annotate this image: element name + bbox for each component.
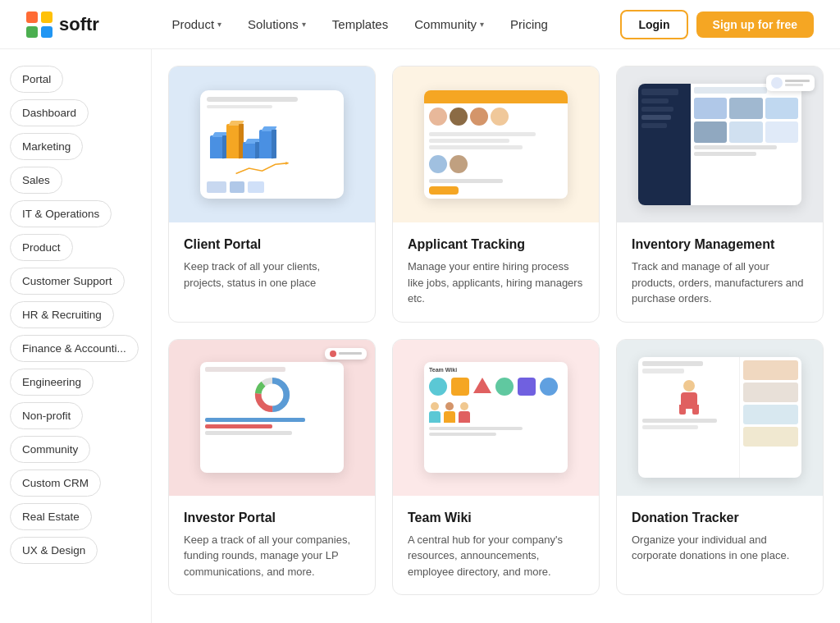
svg-rect-3 (41, 26, 52, 38)
sidebar: Portal Dashboard Marketing Sales IT & Op… (0, 49, 152, 623)
login-button[interactable]: Login (620, 10, 687, 39)
sidebar-item-engineering[interactable]: Engineering (10, 369, 94, 396)
sidebar-item-custom-crm[interactable]: Custom CRM (10, 470, 101, 497)
nav-solutions[interactable]: Solutions ▾ (238, 12, 316, 36)
card-image-inventory-management (617, 66, 823, 222)
card-title: Team Wiki (408, 511, 584, 525)
card-body-team-wiki: Team Wiki A central hub for your company… (393, 496, 599, 595)
card-image-applicant-tracking (393, 66, 599, 222)
template-card-applicant-tracking[interactable]: Applicant Tracking Manage your entire hi… (392, 66, 600, 323)
logo[interactable]: softr (26, 11, 99, 38)
chevron-down-icon: ▾ (480, 20, 484, 29)
card-desc: A central hub for your company's resourc… (408, 532, 584, 580)
header-actions: Login Sign up for free (620, 10, 814, 39)
sidebar-item-finance[interactable]: Finance & Accounti... (10, 335, 139, 362)
template-card-team-wiki[interactable]: Team Wiki (392, 339, 600, 596)
svg-rect-1 (41, 11, 52, 23)
card-desc: Track and manage of all your products, o… (632, 259, 808, 307)
nav-pricing[interactable]: Pricing (500, 12, 558, 36)
card-body-inventory-management: Inventory Management Track and manage of… (617, 222, 823, 322)
sidebar-item-it-operations[interactable]: IT & Operations (10, 200, 112, 227)
brand-name: softr (59, 14, 99, 35)
sidebar-item-dashboard[interactable]: Dashboard (10, 99, 89, 126)
card-title: Client Portal (184, 237, 360, 252)
card-image-team-wiki: Team Wiki (393, 340, 599, 496)
sidebar-item-nonprofit[interactable]: Non-profit (10, 402, 83, 429)
card-title: Applicant Tracking (408, 237, 584, 252)
card-desc: Manage your entire hiring process like j… (408, 259, 584, 307)
svg-rect-2 (26, 26, 38, 38)
logo-icon (26, 11, 52, 38)
card-desc: Keep a track of all your companies, fund… (184, 532, 360, 580)
card-title: Inventory Management (632, 237, 808, 252)
sidebar-item-portal[interactable]: Portal (10, 66, 63, 93)
card-desc: Organize your individual and corporate d… (632, 532, 808, 564)
template-card-inventory-management[interactable]: Inventory Management Track and manage of… (616, 66, 824, 323)
card-desc: Keep track of all your clients, projects… (184, 259, 360, 291)
template-card-donation-tracker[interactable]: Donation Tracker Organize your individua… (616, 339, 824, 596)
sidebar-item-hr-recruiting[interactable]: HR & Recruiting (10, 301, 114, 328)
card-title: Donation Tracker (632, 511, 808, 525)
sidebar-item-ux-design[interactable]: UX & Design (10, 537, 98, 564)
svg-rect-0 (26, 11, 38, 23)
nav-product[interactable]: Product ▾ (162, 12, 231, 36)
sidebar-item-product[interactable]: Product (10, 234, 73, 261)
chevron-down-icon: ▾ (217, 20, 221, 29)
nav-templates[interactable]: Templates (322, 12, 398, 36)
template-card-client-portal[interactable]: Client Portal Keep track of all your cli… (168, 66, 376, 323)
sidebar-item-marketing[interactable]: Marketing (10, 133, 83, 160)
card-image-client-portal (169, 66, 375, 222)
signup-button[interactable]: Sign up for free (696, 11, 814, 38)
card-body-client-portal: Client Portal Keep track of all your cli… (169, 222, 375, 305)
card-image-investor-portal (169, 340, 375, 496)
card-body-donation-tracker: Donation Tracker Organize your individua… (617, 496, 823, 579)
header: softr Product ▾ Solutions ▾ Templates Co… (0, 0, 840, 49)
nav-community[interactable]: Community ▾ (404, 12, 494, 36)
sidebar-item-customer-support[interactable]: Customer Support (10, 268, 125, 295)
sidebar-item-sales[interactable]: Sales (10, 167, 62, 194)
main-container: Portal Dashboard Marketing Sales IT & Op… (0, 49, 840, 623)
main-nav: Product ▾ Solutions ▾ Templates Communit… (162, 12, 558, 36)
templates-grid: Client Portal Keep track of all your cli… (168, 66, 824, 595)
card-image-donation-tracker (617, 340, 823, 496)
card-body-investor-portal: Investor Portal Keep a track of all your… (169, 496, 375, 595)
content-area: Client Portal Keep track of all your cli… (152, 49, 840, 623)
card-body-applicant-tracking: Applicant Tracking Manage your entire hi… (393, 222, 599, 322)
sidebar-item-community[interactable]: Community (10, 436, 90, 463)
template-card-investor-portal[interactable]: Investor Portal Keep a track of all your… (168, 339, 376, 596)
sidebar-item-real-estate[interactable]: Real Estate (10, 503, 92, 530)
chevron-down-icon: ▾ (302, 20, 306, 29)
card-title: Investor Portal (184, 511, 360, 525)
